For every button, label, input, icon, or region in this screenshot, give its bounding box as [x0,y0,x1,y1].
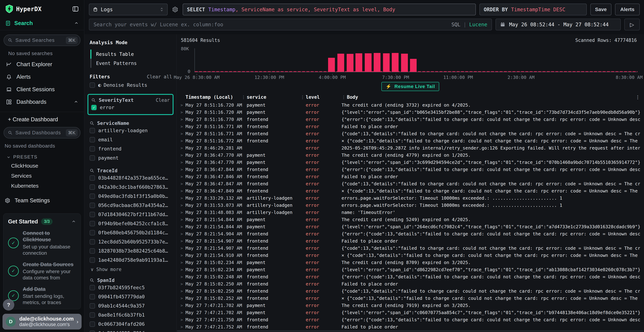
filter-checkbox-item[interactable]: 09041fb457779da0 [90,292,172,301]
filter-checkbox-item[interactable]: 0ae8e1f6c6b37fb1 [90,310,172,320]
table-options-kebab-icon[interactable]: ⋮ [636,94,640,100]
col-level[interactable]: level [306,94,342,100]
checkbox-icon[interactable] [90,248,95,254]
log-row[interactable]: > May 27 8:51:16.771 AM frontend error F… [176,123,644,130]
saved-dashboards-input[interactable]: Saved Dashboards ⌘K [4,127,80,138]
log-row[interactable]: > May 27 8:33:29.132 AM artillery-loadge… [176,194,644,202]
help-button[interactable]: ? [3,299,14,310]
sidebar-item-alerts[interactable]: Alerts [4,71,80,83]
saved-searches-input[interactable]: Saved Searches ⌘K [4,34,80,46]
get-started-item[interactable]: ✓ Add Data Start sending logs, metrics, … [8,286,76,306]
log-row[interactable]: > May 27 8:51:16.771 AM frontend error {… [176,130,644,137]
row-expand-chevron[interactable]: > [180,224,186,229]
row-expand-chevron[interactable]: > [180,296,186,300]
filter-checkbox-item[interactable]: 18287038b73e882425c64b8… [90,246,172,256]
log-row[interactable]: > May 27 8:46:29.281 AM error 2025-05-26… [176,144,644,152]
checkbox-icon[interactable] [90,82,95,88]
filter-checkbox-item[interactable]: ✓ error [91,103,170,112]
col-service[interactable]: service [247,94,300,100]
sidebar-item-client-sessions[interactable]: Client Sessions [4,83,80,96]
get-started-item[interactable]: ✓ Create Data Sources Configure where yo… [8,261,76,281]
log-row[interactable]: > May 27 8:21:54.844 AM payment error Th… [176,216,644,223]
log-row[interactable]: > May 27 8:15:02.250 AM frontend error F… [176,280,644,288]
checkbox-icon[interactable] [90,258,95,263]
filter-checkbox-item[interactable]: 12ec8dd52b60b9525733b7e… [90,237,172,246]
checkbox-icon[interactable] [90,212,95,217]
filter-checkbox-item[interactable]: 056cd9acbaac8637a4354a2… [90,201,172,210]
log-row[interactable]: > May 27 8:51:16.720 AM payment error Th… [176,102,644,108]
row-expand-chevron[interactable]: > [180,182,186,186]
row-expand-chevron[interactable]: > [180,203,186,208]
row-expand-chevron[interactable]: > [180,239,186,243]
log-row[interactable]: > May 27 8:15:02.234 AM payment error {"… [176,266,644,273]
filter-checkbox-item[interactable]: 0fbe680eb456750b2d1184c… [90,228,172,237]
traceid-show-more[interactable]: ∨ Show more [90,264,172,272]
log-row[interactable]: > May 27 8:36:47.844 AM frontend error {… [176,166,644,173]
checkbox-icon[interactable] [90,303,95,308]
checkbox-icon[interactable] [90,184,95,190]
checkbox-icon[interactable] [90,175,95,181]
chevron-up-icon[interactable] [74,100,78,104]
mode-sql-toggle[interactable]: SQL [451,22,460,28]
checkbox-icon[interactable] [90,322,95,327]
filter-checkbox-item[interactable]: 049ed0ac3fdb1f3f15a0b0b… [90,192,172,201]
checkbox-icon[interactable] [90,221,95,226]
checkbox-icon[interactable] [90,146,95,152]
filter-checkbox-item[interactable]: 042a30c3dc1baf660b27863… [90,182,172,192]
row-expand-chevron[interactable]: > [180,124,186,129]
log-row[interactable]: > May 27 8:36:47.847 AM frontend error {… [176,180,644,187]
checkbox-icon[interactable] [90,155,95,161]
preset-dashboard-link[interactable]: Kubernetes [0,181,84,191]
row-expand-chevron[interactable]: > [180,117,186,122]
log-row[interactable]: > May 27 8:15:02.250 AM frontend error {… [176,288,644,294]
clear-all-filters-button[interactable]: Clear all [147,74,172,80]
filter-checkbox-item[interactable]: 0f94b9befe0b4252ccfa1c8… [90,219,172,228]
checkbox-icon[interactable] [90,137,95,142]
sidebar-item-search[interactable]: Search [0,15,84,30]
column-separator-icon[interactable]: ⋮ [241,95,247,100]
checkbox-icon[interactable] [90,285,95,290]
log-row[interactable]: > May 27 8:36:47.770 AM payment error Th… [176,152,644,159]
filter-checkbox-item[interactable]: frontend [90,144,172,153]
checkbox-icon[interactable] [90,203,95,208]
filter-checkbox-item[interactable]: 0de781ff325a781f [90,328,172,332]
row-expand-chevron[interactable]: > [180,153,186,158]
row-expand-chevron[interactable]: > [180,260,186,265]
log-row[interactable]: > May 27 8:31:53.073 AM artillery-loadge… [176,202,644,209]
filter-checkbox-item[interactable]: 03f7b824595feec5 [90,283,172,292]
column-separator-icon[interactable]: ⋮ [342,95,347,100]
row-expand-chevron[interactable]: > [180,210,186,215]
checkbox-icon[interactable] [90,128,95,133]
row-expand-chevron[interactable]: > [180,146,186,150]
row-expand-chevron[interactable]: > [180,139,186,143]
log-row[interactable]: > May 27 8:15:02.252 AM frontend error ×… [176,294,644,302]
row-expand-chevron[interactable]: > [180,232,186,236]
user-menu[interactable]: D dale@clickhouse.com dale@clickhouse.co… [2,314,82,330]
filter-checkbox-item[interactable]: 03b44828f42a3573ea655ce… [90,173,172,182]
checkbox-icon[interactable] [90,294,95,300]
alerts-button[interactable]: Alerts [615,4,640,16]
results-histogram[interactable]: 80K 0 [194,48,638,72]
row-expand-chevron[interactable]: > [180,318,186,322]
resume-live-tail-button[interactable]: ⚡ Resume Live Tail [382,82,439,91]
save-button[interactable]: Save [590,4,612,16]
log-row[interactable]: > May 27 8:31:48.083 AM artillery-loadge… [176,209,644,216]
log-row[interactable]: > May 27 7:47:21.702 AM payment error Th… [176,302,644,309]
column-separator-icon[interactable]: ⋮ [300,95,306,100]
filter-checkbox-item[interactable]: 09ab1c4544c9a357 [90,301,172,310]
sidebar-item-chart-explorer[interactable]: Chart Explorer [4,58,80,71]
log-row[interactable]: > May 27 8:51:16.772 AM frontend error ×… [176,137,644,144]
mode-lucene-toggle[interactable]: Lucene [469,22,487,28]
log-row[interactable]: > May 27 8:36:47.846 AM frontend error F… [176,173,644,180]
row-expand-chevron[interactable]: > [180,310,186,315]
row-expand-chevron[interactable]: > [180,196,186,200]
log-row[interactable]: > May 27 8:51:16.770 AM frontend error {… [176,116,644,123]
checkbox-icon[interactable] [90,312,95,318]
row-expand-chevron[interactable]: > [180,189,186,193]
analysis-mode-option[interactable]: Results Table [90,50,172,59]
log-row[interactable]: > May 27 8:36:47.770 AM payment error {"… [176,159,644,166]
filter-checkbox-item[interactable]: email [90,135,172,144]
filter-checkbox-item[interactable]: 1ae42480d758e9ab91193a1… [90,256,172,264]
time-range-picker[interactable]: May 26 08:52:44 - May 27 08:52:44 [496,18,621,30]
collapse-sidebar-icon[interactable] [72,5,80,13]
